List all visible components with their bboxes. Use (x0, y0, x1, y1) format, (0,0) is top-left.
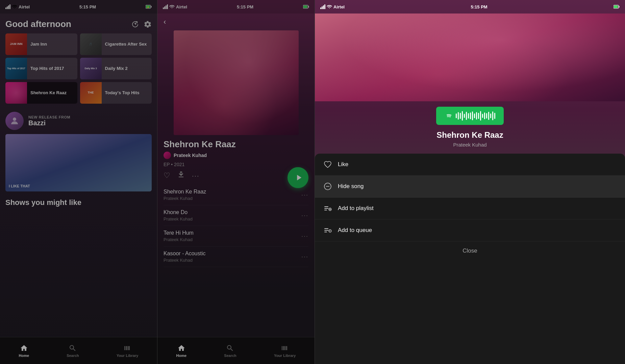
context-content: Shehron Ke Raaz Prateek Kuhad Like (315, 14, 625, 364)
playlist-card-cigs[interactable]: 🎵 Cigarettes After Sex (80, 33, 152, 55)
more-button[interactable]: ··· (192, 172, 200, 180)
track-row[interactable]: Shehron Ke Raaz Prateek Kuhad ··· (164, 185, 308, 205)
add-queue-label: Add to queue (338, 227, 372, 234)
nav-library-1[interactable]: Your Library (117, 344, 139, 358)
new-release-row: NEW RELEASE FROM Bazzi (5, 106, 152, 134)
playlist-thumb-shehron (5, 82, 27, 104)
add-playlist-icon (324, 204, 332, 212)
status-time-1: 5:15 PM (79, 4, 96, 9)
track-more-1[interactable]: ··· (301, 191, 308, 199)
track-more-2[interactable]: ··· (301, 212, 308, 219)
context-add-queue[interactable]: Add to queue (315, 219, 625, 241)
nav-library-label-1: Your Library (117, 354, 139, 358)
like-button[interactable]: ♡ (164, 171, 170, 180)
playlist-thumb-cigs: 🎵 (80, 33, 102, 55)
new-release-label: NEW RELEASE FROM (28, 115, 70, 119)
nav-search-2[interactable]: Search (224, 344, 236, 358)
context-add-playlist[interactable]: Add to playlist (315, 198, 625, 219)
history-icon[interactable] (131, 20, 139, 28)
big-play-button[interactable] (288, 167, 308, 188)
song-card[interactable]: I LIKE THAT I Like That Single • Bazzi ♡ (5, 134, 152, 191)
track-artist-4: Prateek Kuhad (164, 258, 206, 263)
context-hide[interactable]: Hide song (315, 176, 625, 198)
greeting-row: Good afternoon (5, 14, 152, 33)
playlist-label-shehron: Shehron Ke Raaz (27, 90, 70, 96)
settings-icon[interactable] (144, 20, 152, 28)
nav-search-label-2: Search (224, 354, 236, 358)
wifi-icon-3 (327, 5, 332, 9)
status-time-3: 5:15 PM (471, 4, 488, 9)
svg-marker-24 (330, 230, 331, 232)
signal-icon-3 (320, 4, 325, 9)
nav-home-2[interactable]: Home (176, 344, 187, 358)
download-icon (177, 171, 185, 179)
nav-library-2[interactable]: Your Library (274, 344, 296, 358)
home-icon-2 (177, 344, 185, 352)
artist-row: Prateek Kuhad (164, 152, 308, 159)
nav-home-1[interactable]: Home (19, 344, 29, 358)
carrier-name-3: Airtel (333, 4, 345, 9)
like-icon-container (323, 160, 332, 169)
song-card-thumb: I LIKE THAT (5, 134, 73, 191)
track-name-4: Kasoor - Acoustic (164, 251, 206, 257)
thumb-label-jam: JAM INN (8, 41, 24, 47)
home-icon-1 (20, 344, 28, 352)
playlist-card-dailymix[interactable]: Daily Mix 3 Daily Mix 2 (80, 58, 152, 79)
artist-avatar (5, 112, 24, 130)
back-button[interactable]: ‹ (157, 14, 315, 26)
track-artist-3: Prateek Kuhad (164, 237, 194, 242)
status-icons-1: ⚡ (146, 5, 152, 9)
panel3-song-info: Shehron Ke Raaz Prateek Kuhad (315, 130, 625, 154)
add-playlist-label: Add to playlist (338, 205, 374, 212)
battery-icon-2 (303, 5, 309, 9)
svg-text:⚡: ⚡ (147, 6, 150, 9)
nav-home-label-1: Home (19, 354, 29, 358)
playlist-card-today[interactable]: THE Today's Top Hits (80, 82, 152, 104)
bottom-nav-1: Home Search Your Library (0, 337, 157, 364)
status-carrier-2: Airtel (163, 4, 187, 9)
svg-rect-6 (303, 5, 307, 8)
track-name-3: Tere Hi Hum (164, 230, 194, 236)
album-art-inner (174, 30, 299, 135)
hide-icon-container (323, 182, 332, 191)
panel-album: Airtel 5:15 PM ‹ Shehron Ke Raaz Prateek… (157, 0, 315, 364)
search-icon-2 (226, 344, 234, 352)
playlist-card-shehron[interactable]: Shehron Ke Raaz (5, 82, 77, 104)
playlist-label-today: Today's Top Hits (102, 90, 143, 96)
status-bar-3: Airtel 5:15 PM (315, 0, 625, 14)
spotify-bars (456, 111, 495, 121)
svg-rect-9 (614, 5, 618, 8)
playlist-card-tophits[interactable]: Top Hits of 2017 Top Hits of 2017 (5, 58, 77, 79)
close-button[interactable]: Close (315, 241, 625, 260)
track-row[interactable]: Tere Hi Hum Prateek Kuhad ··· (164, 226, 308, 246)
playlist-label-tophits: Top Hits of 2017 (27, 66, 67, 72)
new-release-info: NEW RELEASE FROM Bazzi (28, 115, 70, 127)
status-icons-3 (614, 5, 620, 9)
artist-name[interactable]: Prateek Kuhad (174, 153, 207, 158)
artist-silhouette (9, 116, 20, 126)
svg-rect-14 (324, 206, 328, 207)
status-bar-2: Airtel 5:15 PM (157, 0, 315, 14)
battery-icon-1: ⚡ (146, 5, 152, 9)
track-row[interactable]: Kasoor - Acoustic Prateek Kuhad ··· (164, 246, 308, 267)
greeting-text: Good afternoon (5, 19, 71, 29)
svg-rect-20 (324, 228, 328, 229)
svg-rect-15 (324, 208, 328, 209)
track-more-4[interactable]: ··· (301, 253, 308, 260)
track-more-3[interactable]: ··· (301, 233, 308, 240)
track-list: Shehron Ke Raaz Prateek Kuhad ··· Khone … (157, 185, 315, 337)
panel3-song-artist: Prateek Kuhad (322, 142, 618, 148)
nav-search-1[interactable]: Search (67, 344, 79, 358)
nav-home-label-2: Home (176, 354, 187, 358)
play-icon-big (294, 173, 303, 182)
artist-icon (164, 152, 171, 159)
download-button[interactable] (177, 171, 185, 181)
bottom-nav-2: Home Search Your Library (157, 337, 315, 364)
playlist-card-jam-inn[interactable]: JAM INN Jam Inn (5, 33, 77, 55)
ep-action-row: ♡ ··· (157, 171, 315, 185)
track-info-4: Kasoor - Acoustic Prateek Kuhad (164, 251, 206, 263)
context-like[interactable]: Like (315, 154, 625, 176)
search-icon-1 (69, 344, 77, 352)
track-row[interactable]: Khone Do Prateek Kuhad ··· (164, 205, 308, 226)
nav-library-label-2: Your Library (274, 354, 296, 358)
